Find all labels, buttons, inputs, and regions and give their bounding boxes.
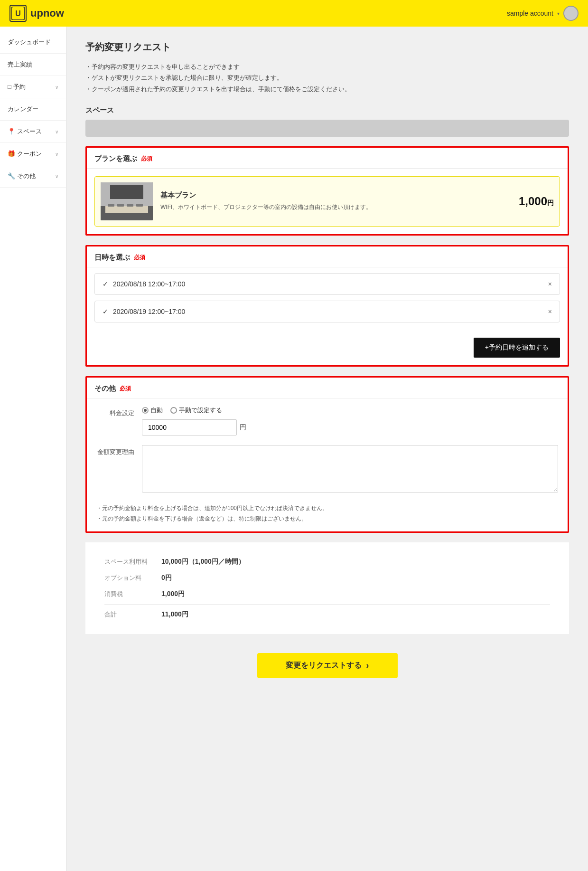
logo-icon: U	[9, 5, 27, 22]
sidebar-item-label: 売上実績	[8, 60, 32, 69]
radio-manual-label: 手動で設定する	[179, 406, 222, 415]
sidebar-item-other[interactable]: 🔧その他 ∨	[0, 165, 66, 188]
account-name: sample account	[507, 9, 553, 17]
plan-image	[101, 182, 153, 220]
plan-section-header: プランを選ぶ 必須	[87, 148, 568, 169]
other-icon: 🔧	[8, 172, 15, 180]
svg-text:U: U	[15, 9, 21, 18]
summary-value-total: 11,000円	[161, 610, 188, 619]
space-section-label: スペース	[85, 106, 569, 115]
main-content: 予約変更リクエスト ・予約内容の変更リクエストを申し出ることができます ・ゲスト…	[66, 27, 588, 871]
date-section-header: 日時を選ぶ 必須	[87, 246, 568, 267]
price-setting-label: 料金設定	[96, 406, 134, 417]
summary-value-option: 0円	[161, 574, 172, 582]
plan-card[interactable]: 基本プラン WIFI、ホワイトボード、プロジェクター等の室内の設備は自由にお使い…	[94, 176, 560, 227]
sidebar-item-label: 📍スペース	[8, 127, 42, 136]
reason-controls	[142, 445, 558, 494]
summary-row-space: スペース利用料 10,000円（1,000円／時間）	[104, 554, 550, 570]
sidebar-item-label: □予約	[8, 83, 26, 91]
radio-manual[interactable]: 手動で設定する	[170, 406, 222, 415]
radio-group: 自動 手動で設定する	[142, 406, 558, 415]
summary-label-total: 合計	[104, 610, 152, 619]
date-rows: ✓ 2020/08/18 12:00~17:00 × ✓ 2020/08/19 …	[87, 273, 568, 330]
date-section-title: 日時を選ぶ	[94, 253, 130, 262]
check-icon: ✓	[103, 280, 108, 288]
submit-button-label: 変更をリクエストする	[286, 661, 362, 671]
plan-name: 基本プラン	[160, 191, 511, 200]
reservation-icon: □	[8, 83, 11, 90]
plan-info: 基本プラン WIFI、ホワイトボード、プロジェクター等の室内の設備は自由にお使い…	[160, 191, 511, 212]
price-input-row: 円	[142, 419, 558, 436]
add-date-button[interactable]: +予約日時を追加する	[474, 338, 560, 358]
plan-section: プランを選ぶ 必須	[85, 146, 569, 236]
submit-button[interactable]: 変更をリクエストする ›	[257, 653, 398, 678]
date-row-left: ✓ 2020/08/18 12:00~17:00	[103, 280, 185, 288]
header: U upnow sample account ▾	[0, 0, 588, 27]
date-row: ✓ 2020/08/18 12:00~17:00 ×	[94, 273, 560, 295]
sidebar-item-label: ダッシュボード	[8, 38, 51, 47]
remove-date-button[interactable]: ×	[548, 280, 552, 288]
price-setting-row: 料金設定 自動 手動で設定する	[96, 406, 558, 436]
price-controls: 自動 手動で設定する 円	[142, 406, 558, 436]
submit-arrow-icon: ›	[366, 661, 369, 671]
logo-text: upnow	[30, 7, 64, 19]
reason-textarea[interactable]	[142, 445, 558, 492]
summary-label-space: スペース利用料	[104, 558, 152, 566]
reason-row: 金額変更理由	[96, 445, 558, 494]
summary-value-tax: 1,000円	[161, 590, 185, 598]
summary-label-tax: 消費税	[104, 590, 152, 598]
bullet-2: ・ゲストが変更リクエストを承認した場合に限り、変更が確定します。	[85, 72, 569, 83]
plan-price: 1,000円	[519, 195, 554, 208]
yen-label: 円	[240, 423, 246, 432]
sidebar-item-calendar[interactable]: カレンダー	[0, 98, 66, 121]
logo-area: U upnow	[9, 5, 64, 22]
avatar	[563, 6, 579, 21]
plan-section-title: プランを選ぶ	[94, 154, 137, 163]
account-area[interactable]: sample account ▾	[507, 6, 579, 21]
summary-divider	[104, 604, 550, 605]
date-section: 日時を選ぶ 必須 ✓ 2020/08/18 12:00~17:00 × ✓ 20…	[85, 245, 569, 367]
summary-row-tax: 消費税 1,000円	[104, 586, 550, 602]
sidebar-item-reservation[interactable]: □予約 ∨	[0, 76, 66, 98]
notes: ・元の予約金額より料金を上げる場合は、追加分が100円以上でなければ決済できませ…	[96, 503, 558, 524]
summary-row-total: 合計 11,000円	[104, 606, 550, 623]
chevron-icon: ∨	[55, 174, 58, 179]
other-section-header: その他 必須	[87, 378, 568, 398]
layout: ダッシュボード 売上実績 □予約 ∨ カレンダー 📍スペース ∨ 🎁クーポン ∨	[0, 27, 588, 871]
chevron-icon: ∨	[55, 85, 58, 90]
summary-section: スペース利用料 10,000円（1,000円／時間） オプション料 0円 消費税…	[85, 542, 569, 634]
chevron-down-icon: ▾	[557, 11, 560, 16]
radio-auto-label: 自動	[150, 406, 163, 415]
page-title: 予約変更リクエスト	[85, 41, 569, 54]
space-icon: 📍	[8, 128, 15, 135]
date-text: 2020/08/19 12:00~17:00	[113, 308, 185, 315]
radio-auto[interactable]: 自動	[142, 406, 163, 415]
radio-manual-circle	[170, 407, 177, 414]
date-text: 2020/08/18 12:00~17:00	[113, 280, 185, 288]
info-bullets: ・予約内容の変更リクエストを申し出ることができます ・ゲストが変更リクエストを承…	[85, 61, 569, 95]
bullet-3: ・クーポンが適用された予約の変更リクエストを出す場合は、手動にて価格をご設定くだ…	[85, 84, 569, 95]
other-section-title: その他	[94, 384, 116, 393]
chevron-icon: ∨	[55, 129, 58, 134]
plan-required-badge: 必須	[141, 155, 152, 163]
bullet-1: ・予約内容の変更リクエストを申し出ることができます	[85, 61, 569, 72]
sidebar-item-label: 🔧その他	[8, 172, 36, 180]
sidebar-item-coupon[interactable]: 🎁クーポン ∨	[0, 143, 66, 165]
svg-rect-11	[101, 182, 153, 220]
sidebar-item-sales[interactable]: 売上実績	[0, 54, 66, 76]
radio-auto-circle	[142, 407, 149, 414]
sidebar-item-label: カレンダー	[8, 105, 38, 114]
sidebar-item-label: 🎁クーポン	[8, 150, 42, 158]
note-2: ・元の予約金額より料金を下げる場合（返金など）は、特に制限はございません。	[96, 514, 558, 524]
summary-row-option: オプション料 0円	[104, 570, 550, 586]
summary-value-space: 10,000円（1,000円／時間）	[161, 558, 245, 566]
other-required-badge: 必須	[120, 385, 131, 393]
sidebar-item-space[interactable]: 📍スペース ∨	[0, 121, 66, 143]
sidebar: ダッシュボード 売上実績 □予約 ∨ カレンダー 📍スペース ∨ 🎁クーポン ∨	[0, 27, 66, 871]
chevron-icon: ∨	[55, 151, 58, 157]
price-input[interactable]	[142, 419, 237, 436]
sidebar-item-dashboard[interactable]: ダッシュボード	[0, 31, 66, 54]
coupon-icon: 🎁	[8, 150, 15, 157]
space-bar	[85, 120, 569, 137]
remove-date-button[interactable]: ×	[548, 308, 552, 315]
